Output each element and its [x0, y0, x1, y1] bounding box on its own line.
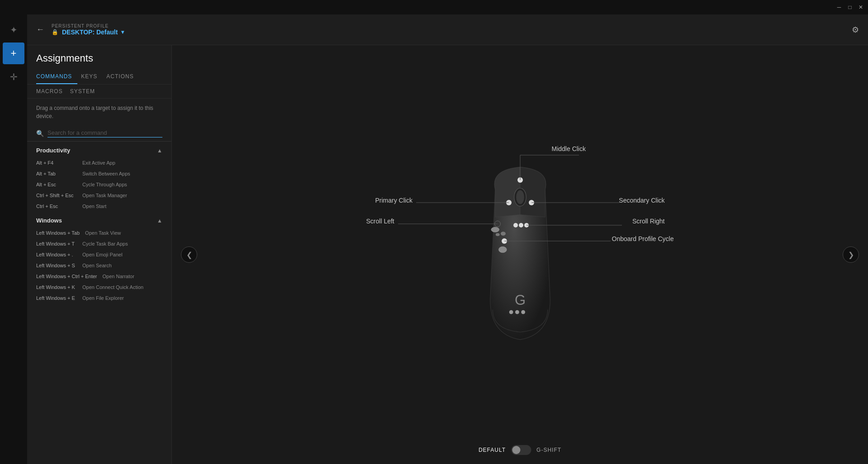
- svg-point-1: [516, 190, 524, 204]
- right-arrow-icon: ❯: [848, 251, 854, 259]
- scroll-center-dot2: [519, 223, 523, 227]
- default-mode-label: DEFAULT: [479, 447, 506, 453]
- primary-click-label: Primary Click: [375, 197, 413, 204]
- maximize-button[interactable]: □: [846, 4, 854, 11]
- cmd-group-productivity-header[interactable]: Productivity ▲: [27, 142, 171, 157]
- search-input[interactable]: [47, 129, 162, 137]
- sidebar-item-assignments[interactable]: +: [3, 43, 24, 64]
- list-item[interactable]: Alt + F4 Exit Active App: [27, 157, 171, 168]
- sidebar: ✦ + ✛: [0, 14, 27, 464]
- cmd-shortcut: Alt + F4: [36, 160, 77, 166]
- list-item[interactable]: Left Windows + E Open File Explorer: [27, 293, 171, 303]
- productivity-chevron-icon: ▲: [157, 147, 162, 154]
- prev-device-button[interactable]: ❮: [181, 246, 197, 263]
- cmd-group-windows-title: Windows: [36, 217, 62, 224]
- mode-toggle[interactable]: [511, 445, 531, 455]
- toggle-thumb: [512, 446, 520, 454]
- cmd-shortcut: Ctrl + Shift + Esc: [36, 193, 77, 198]
- cmd-shortcut: Left Windows + Ctrl + Enter: [36, 274, 97, 279]
- profile-info: PERSISTENT PROFILE 🔒 DESKTOP: Default ▾: [52, 24, 124, 36]
- svg-point-2: [491, 227, 499, 232]
- svg-point-9: [521, 310, 525, 314]
- cmd-shortcut: Alt + Esc: [36, 182, 77, 187]
- cmd-group-productivity-title: Productivity: [36, 147, 70, 154]
- sidebar-item-lighting[interactable]: ✦: [3, 19, 24, 41]
- list-item[interactable]: Left Windows + K Open Connect Quick Acti…: [27, 282, 171, 293]
- scroll-left-dot[interactable]: [494, 221, 501, 227]
- cmd-shortcut: Left Windows + Tab: [36, 230, 80, 236]
- list-item[interactable]: Ctrl + Esc Open Start: [27, 201, 171, 212]
- svg-point-3: [500, 232, 505, 236]
- cmd-label: Open Emoji Panel: [82, 252, 123, 257]
- cmd-group-windows-header[interactable]: Windows ▲: [27, 212, 171, 227]
- cmd-shortcut: Ctrl + Esc: [36, 204, 77, 209]
- svg-point-8: [515, 310, 519, 314]
- chevron-down-icon: ▾: [121, 29, 124, 35]
- tabs-row1: COMMANDS KEYS ACTIONS: [27, 70, 171, 85]
- scroll-center-dot3: [524, 223, 529, 227]
- cmd-label: Open Task View: [85, 230, 121, 236]
- list-item[interactable]: Left Windows + . Open Emoji Panel: [27, 249, 171, 260]
- scroll-center-dot1: [513, 223, 518, 227]
- list-item[interactable]: Ctrl + Shift + Esc Open Task Manager: [27, 190, 171, 201]
- sidebar-item-dpi[interactable]: ✛: [3, 66, 24, 88]
- search-box: 🔍: [27, 126, 171, 142]
- header: ← PERSISTENT PROFILE 🔒 DESKTOP: Default …: [27, 14, 868, 45]
- cmd-label: Switch Between Apps: [82, 171, 130, 176]
- panel-title: Assignments: [27, 45, 171, 70]
- minimize-button[interactable]: ─: [835, 4, 843, 11]
- back-button[interactable]: ←: [36, 25, 44, 34]
- cmd-label: Open Search: [82, 263, 112, 268]
- cmd-label: Open File Explorer: [82, 295, 124, 301]
- cmd-label: Open Start: [82, 204, 106, 209]
- main-content: ❮: [172, 45, 868, 464]
- profile-name-text: DESKTOP: Default: [62, 28, 118, 36]
- assignments-panel: Assignments COMMANDS KEYS ACTIONS MACROS…: [27, 45, 172, 464]
- list-item[interactable]: Left Windows + Ctrl + Enter Open Narrato…: [27, 271, 171, 282]
- cmd-label: Open Task Manager: [82, 193, 127, 198]
- dpi-icon: ✛: [10, 71, 18, 82]
- search-icon: 🔍: [36, 130, 44, 137]
- scroll-left-label: Scroll Left: [366, 218, 394, 225]
- list-item[interactable]: Left Windows + Tab Open Task View: [27, 227, 171, 238]
- middle-click-dot[interactable]: [517, 177, 523, 183]
- list-item[interactable]: Left Windows + T Cycle Task Bar Apps: [27, 238, 171, 249]
- profile-name-selector[interactable]: 🔒 DESKTOP: Default ▾: [52, 28, 124, 36]
- settings-button[interactable]: ⚙: [852, 25, 859, 35]
- list-item[interactable]: Alt + Tab Switch Between Apps: [27, 168, 171, 179]
- svg-point-5: [498, 246, 507, 252]
- onboard-profile-cycle-label: Onboard Profile Cycle: [612, 235, 674, 242]
- cmd-shortcut: Alt + Tab: [36, 171, 77, 176]
- cmd-shortcut: Left Windows + .: [36, 252, 77, 257]
- svg-point-7: [509, 310, 513, 314]
- cmd-group-windows: Windows ▲ Left Windows + Tab Open Task V…: [27, 212, 171, 303]
- primary-click-dot[interactable]: [506, 200, 512, 205]
- mouse-diagram: G: [362, 96, 678, 413]
- middle-click-label: Middle Click: [552, 145, 586, 152]
- cmd-label: Open Narrator: [103, 274, 134, 279]
- close-button[interactable]: ✕: [857, 4, 864, 11]
- assignments-icon: +: [11, 47, 17, 59]
- cmd-group-productivity: Productivity ▲ Alt + F4 Exit Active App …: [27, 142, 171, 212]
- profile-cycle-dot[interactable]: [502, 238, 507, 244]
- next-device-button[interactable]: ❯: [843, 246, 859, 263]
- tab-commands[interactable]: COMMANDS: [36, 70, 77, 84]
- lock-icon: 🔒: [52, 29, 58, 35]
- cmd-label: Exit Active App: [82, 160, 115, 166]
- gshift-mode-label: G-SHIFT: [536, 447, 561, 453]
- lighting-icon: ✦: [10, 24, 18, 35]
- secondary-click-dot[interactable]: [529, 200, 534, 205]
- profile-title: PERSISTENT PROFILE: [52, 24, 124, 28]
- cmd-shortcut: Left Windows + S: [36, 263, 77, 268]
- cmd-label: Cycle Through Apps: [82, 182, 127, 187]
- drag-hint: Drag a command onto a target to assign i…: [27, 99, 171, 126]
- mode-toggle-bar: DEFAULT G-SHIFT: [479, 445, 561, 455]
- svg-text:G: G: [514, 292, 525, 308]
- tab-system[interactable]: SYSTEM: [70, 88, 95, 95]
- list-item[interactable]: Alt + Esc Cycle Through Apps: [27, 179, 171, 190]
- cmd-shortcut: Left Windows + K: [36, 284, 77, 290]
- tab-macros[interactable]: MACROS: [36, 88, 63, 95]
- tab-actions[interactable]: ACTIONS: [106, 70, 139, 84]
- tab-keys[interactable]: KEYS: [81, 70, 103, 84]
- list-item[interactable]: Left Windows + S Open Search: [27, 260, 171, 271]
